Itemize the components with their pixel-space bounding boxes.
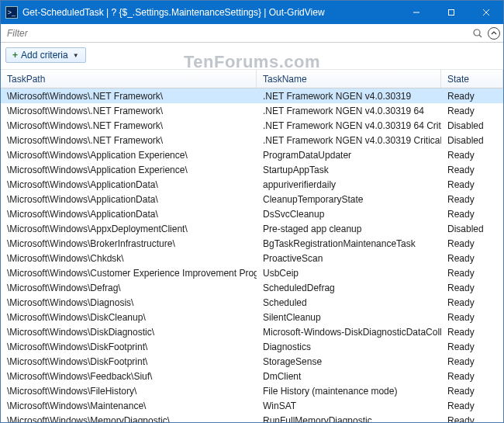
column-header-state[interactable]: State [441,70,503,88]
cell-taskname: .NET Framework NGEN v4.0.30319 64 Critic… [257,119,441,133]
cell-state: Disabled [441,119,503,133]
cell-state: Ready [441,148,503,162]
cell-taskname: Pre-staged app cleanup [257,222,441,236]
table-row[interactable]: \Microsoft\Windows\.NET Framework\.NET F… [1,133,503,147]
cell-taskpath: \Microsoft\Windows\Feedback\Siuf\ [1,369,257,383]
cell-taskname: StartupAppTask [257,163,441,177]
cell-taskpath: \Microsoft\Windows\Customer Experience I… [1,266,257,280]
cell-state: Ready [441,369,503,383]
cell-state: Ready [441,104,503,118]
table-row[interactable]: \Microsoft\Windows\ApplicationData\DsSvc… [1,206,503,221]
cell-taskpath: \Microsoft\Windows\Application Experienc… [1,163,257,177]
cell-taskpath: \Microsoft\Windows\.NET Framework\ [1,119,257,133]
cell-state: Disabled [441,133,503,147]
window: >_ Get-ScheduledTask | ? {$_.Settings.Ma… [0,0,504,423]
cell-state: Ready [441,414,503,423]
cell-taskname: ProgramDataUpdater [257,148,441,162]
plus-icon: + [12,50,18,61]
table-row[interactable]: \Microsoft\Windows\DiskFootprint\Diagnos… [1,339,503,354]
svg-point-4 [474,29,480,36]
close-button[interactable] [468,1,503,24]
cell-state: Ready [441,192,503,206]
cell-taskpath: \Microsoft\Windows\.NET Framework\ [1,104,257,118]
cell-taskpath: \Microsoft\Windows\ApplicationData\ [1,178,257,192]
cell-taskpath: \Microsoft\Windows\AppxDeploymentClient\ [1,222,257,236]
table-row[interactable]: \Microsoft\Windows\AppxDeploymentClient\… [1,221,503,236]
cell-taskname: ProactiveScan [257,251,441,265]
table-row[interactable]: \Microsoft\Windows\DiskFootprint\Storage… [1,354,503,369]
cell-taskname: appuriverifierdaily [257,178,441,192]
cell-taskpath: \Microsoft\Windows\Diagnosis\ [1,296,257,310]
cell-taskname: Scheduled [257,296,441,310]
cell-taskname: DmClient [257,369,441,383]
cell-taskpath: \Microsoft\Windows\DiskDiagnostic\ [1,325,257,339]
cell-taskname: File History (maintenance mode) [257,384,441,398]
cell-taskname: WinSAT [257,399,441,413]
grid-header: TaskPath TaskName State [1,70,503,88]
cell-state: Disabled [441,222,503,236]
cell-taskpath: \Microsoft\Windows\.NET Framework\ [1,133,257,147]
cell-taskname: Diagnostics [257,340,441,354]
add-criteria-label: Add criteria [21,50,68,61]
grid-body[interactable]: \Microsoft\Windows\.NET Framework\.NET F… [1,88,503,422]
table-row[interactable]: \Microsoft\Windows\Chkdsk\ProactiveScanR… [1,251,503,265]
cell-state: Ready [441,340,503,354]
column-header-taskname[interactable]: TaskName [257,70,441,88]
window-buttons [399,1,503,24]
column-header-taskpath[interactable]: TaskPath [1,70,257,88]
cell-taskname: .NET Framework NGEN v4.0.30319 64 [257,104,441,118]
cell-taskname: StorageSense [257,355,441,369]
cell-taskname: UsbCeip [257,266,441,280]
maximize-button[interactable] [433,1,468,24]
table-row[interactable]: \Microsoft\Windows\Application Experienc… [1,147,503,162]
cell-taskpath: \Microsoft\Windows\DiskFootprint\ [1,355,257,369]
filter-bar [1,24,503,43]
cell-taskpath: \Microsoft\Windows\BrokerInfrastructure\ [1,237,257,251]
table-row[interactable]: \Microsoft\Windows\MemoryDiagnostic\RunF… [1,413,503,422]
minimize-button[interactable] [399,1,433,24]
cell-state: Ready [441,281,503,295]
cell-state: Ready [441,399,503,413]
table-row[interactable]: \Microsoft\Windows\Feedback\Siuf\DmClien… [1,369,503,383]
cell-state: Ready [441,325,503,339]
cell-taskpath: \Microsoft\Windows\DiskFootprint\ [1,340,257,354]
expand-filter-icon[interactable] [488,27,500,40]
table-row[interactable]: \Microsoft\Windows\Maintenance\WinSATRea… [1,398,503,413]
table-row[interactable]: \Microsoft\Windows\DiskDiagnostic\Micros… [1,324,503,339]
cell-taskpath: \Microsoft\Windows\ApplicationData\ [1,207,257,221]
cell-state: Ready [441,178,503,192]
cell-taskpath: \Microsoft\Windows\Maintenance\ [1,399,257,413]
cell-taskname: RunFullMemoryDiagnostic [257,414,441,423]
cell-taskname: BgTaskRegistrationMaintenanceTask [257,237,441,251]
criteria-bar: + Add criteria ▼ [1,43,503,70]
table-row[interactable]: \Microsoft\Windows\.NET Framework\.NET F… [1,118,503,133]
table-row[interactable]: \Microsoft\Windows\DiskCleanup\SilentCle… [1,310,503,324]
table-row[interactable]: \Microsoft\Windows\Diagnosis\ScheduledRe… [1,295,503,310]
table-row[interactable]: \Microsoft\Windows\BrokerInfrastructure\… [1,236,503,251]
filter-input[interactable] [4,26,472,40]
cell-taskpath: \Microsoft\Windows\ApplicationData\ [1,192,257,206]
cell-state: Ready [441,310,503,324]
cell-taskname: SilentCleanup [257,310,441,324]
cell-taskpath: \Microsoft\Windows\.NET Framework\ [1,89,257,103]
titlebar[interactable]: >_ Get-ScheduledTask | ? {$_.Settings.Ma… [1,1,503,24]
cell-taskpath: \Microsoft\Windows\MemoryDiagnostic\ [1,414,257,423]
cell-state: Ready [441,207,503,221]
cell-state: Ready [441,266,503,280]
table-row[interactable]: \Microsoft\Windows\Application Experienc… [1,162,503,177]
table-row[interactable]: \Microsoft\Windows\ApplicationData\appur… [1,177,503,192]
cell-state: Ready [441,237,503,251]
table-row[interactable]: \Microsoft\Windows\FileHistory\File Hist… [1,383,503,398]
powershell-icon: >_ [5,6,18,19]
svg-line-5 [479,35,482,37]
table-row[interactable]: \Microsoft\Windows\Customer Experience I… [1,265,503,280]
table-row[interactable]: \Microsoft\Windows\.NET Framework\.NET F… [1,103,503,118]
table-row[interactable]: \Microsoft\Windows\.NET Framework\.NET F… [1,88,503,103]
cell-state: Ready [441,89,503,103]
table-row[interactable]: \Microsoft\Windows\ApplicationData\Clean… [1,192,503,206]
add-criteria-button[interactable]: + Add criteria ▼ [5,47,86,63]
cell-taskname: ScheduledDefrag [257,281,441,295]
table-row[interactable]: \Microsoft\Windows\Defrag\ScheduledDefra… [1,280,503,295]
cell-taskname: Microsoft-Windows-DiskDiagnosticDataColl… [257,325,441,339]
search-icon[interactable] [472,28,483,39]
